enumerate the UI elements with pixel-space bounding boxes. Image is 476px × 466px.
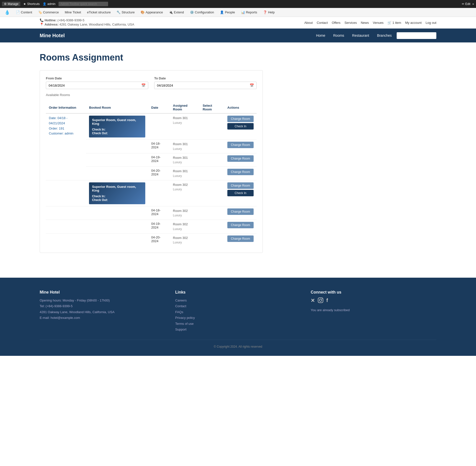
nav-venues[interactable]: Venues (373, 21, 384, 25)
date-cell-1c: 04-20-2024 (148, 167, 170, 180)
col-actions: Actions (224, 102, 257, 113)
change-room-button-2b[interactable]: Change Room (227, 222, 254, 228)
room-num-2a: Room 302 (173, 208, 197, 213)
social-icons: ✕ f (311, 298, 436, 304)
change-room-button-2a[interactable]: Change Room (227, 208, 254, 215)
cart-link[interactable]: 🛒 1 item (387, 21, 401, 25)
footer-link-contact[interactable]: Contact (175, 303, 301, 309)
page-title: Rooms Assignment (40, 52, 436, 63)
footer-link-terms[interactable]: Terms of use (175, 321, 301, 327)
drupal-nav-home[interactable]: 💧 (2, 9, 12, 16)
drupal-nav-reports[interactable]: 📊 Reports (238, 9, 260, 15)
check-in-button-2[interactable]: Check In (227, 190, 254, 196)
date-cell-1a: 04-18-2024 (148, 140, 170, 153)
date-row: From Date 📅 To Date 📅 (46, 76, 257, 89)
admin-label: admin (47, 2, 56, 6)
select-2b (200, 220, 224, 233)
drupal-nav-people[interactable]: 👤 People (217, 9, 237, 15)
table-row: 04-20-2024 Room 302 Luxury Change Room (46, 233, 257, 247)
logout-link[interactable]: Log out (426, 21, 436, 25)
date-cell-main-1 (148, 113, 170, 140)
actions-1a: Change Room (224, 140, 257, 153)
assigned-room-cell-1: Room 301 Luxury (170, 113, 200, 140)
nav-contact[interactable]: Contact (317, 21, 328, 25)
room-type-1b: Luxury (173, 160, 197, 165)
booked-room-name-1: Superior Room, Guest room, King (92, 118, 142, 126)
user-icon: 👤 (43, 2, 46, 6)
date-value-1c: 04-20-2024 (151, 169, 161, 176)
actions-2c: Change Room (224, 233, 257, 247)
booked-room-cell-2: Superior Room, Guest room, King Check In… (86, 180, 148, 206)
room-info-1a: Room 301 Luxury (173, 142, 197, 151)
address-info: 📍 Address: 4281 Oakway Lane, Woodland Hi… (40, 23, 134, 26)
admin-search-input[interactable] (59, 2, 108, 6)
change-room-button-1c[interactable]: Change Room (227, 169, 254, 175)
nav-branches[interactable]: Branches (374, 32, 395, 39)
check-in-button-1[interactable]: Check In (227, 123, 254, 130)
facebook-icon[interactable]: f (326, 298, 328, 304)
drupal-nav-appearance[interactable]: 🎨 Appearance (138, 9, 165, 15)
instagram-icon[interactable] (318, 298, 323, 304)
site-search-input[interactable] (397, 32, 436, 39)
drupal-nav-mine-ticket[interactable]: Mine Ticket (62, 9, 84, 15)
manage-button[interactable]: ⚙ Manage (2, 2, 20, 6)
admin-user-button[interactable]: 👤 admin (43, 2, 56, 6)
footer-link-careers[interactable]: Careers (175, 298, 301, 303)
drupal-nav-structure[interactable]: 🔧 Structure (114, 9, 137, 15)
select-1a (200, 140, 224, 153)
manage-label: Manage (8, 2, 18, 6)
date-value-1a: 04-18-2024 (151, 142, 161, 149)
room-type-2a: Luxury (173, 213, 197, 218)
table-row: 04-19-2024 Room 302 Luxury Change Room (46, 220, 257, 233)
nav-about[interactable]: About (304, 21, 313, 25)
table-header-row: Order Information Booked Room Date Assig… (46, 102, 257, 113)
site-header: Mine Hotel Home Rooms Restaurant Branche… (0, 29, 476, 42)
assigned-room-1c: Room 301 Luxury (170, 167, 200, 180)
drupal-nav-commerce[interactable]: 🏷️ Commerce (36, 9, 61, 15)
assigned-room-2c: Room 302 Luxury (170, 233, 200, 247)
drupal-admin-nav: 💧 📄 Content 🏷️ Commerce Mine Ticket eTic… (0, 8, 476, 17)
col-order-info: Order Information (46, 102, 86, 113)
nav-rooms[interactable]: Rooms (330, 32, 347, 39)
drupal-nav-content[interactable]: 📄 Content (13, 9, 35, 15)
expand-button[interactable]: » (472, 2, 474, 6)
room-type-1a: Luxury (173, 147, 197, 151)
select-2a (200, 206, 224, 220)
main-navigation: Home Rooms Restaurant Branches (313, 32, 436, 39)
booked-room-cell-1c (86, 153, 148, 167)
drupal-nav-eticket[interactable]: eTicket structure (85, 9, 113, 15)
drupal-nav-help[interactable]: ❓ Help (261, 9, 277, 15)
booked-room-2b (86, 220, 148, 233)
nav-offers[interactable]: Offers (332, 21, 340, 25)
from-date-input[interactable] (49, 84, 141, 87)
my-account-link[interactable]: My account (405, 21, 421, 25)
table-row: Superior Room, Guest room, King Check In… (46, 180, 257, 206)
change-room-button-1a[interactable]: Change Room (227, 142, 254, 148)
to-date-calendar-icon[interactable]: 📅 (250, 83, 254, 87)
nav-restaurant[interactable]: Restaurant (349, 32, 372, 39)
admin-toolbar: ⚙ Manage ★ Shortcuts 👤 admin ✏ Edit » (0, 0, 476, 8)
to-date-input[interactable] (157, 84, 250, 87)
nav-news[interactable]: News (361, 21, 369, 25)
drupal-nav-configuration[interactable]: ⚙️ Configuration (187, 9, 216, 15)
room-type-2: Luxury (173, 187, 197, 192)
edit-button[interactable]: ✏ Edit (462, 2, 470, 6)
nav-services[interactable]: Services (344, 21, 357, 25)
change-room-button-1b[interactable]: Change Room (227, 155, 254, 162)
room-info-2a: Room 302 Luxury (173, 208, 197, 218)
nav-home[interactable]: Home (313, 32, 328, 39)
twitter-icon[interactable]: ✕ (311, 298, 315, 304)
footer-link-privacy[interactable]: Privacy policy (175, 315, 301, 321)
change-room-button-1[interactable]: Change Room (227, 116, 254, 122)
footer-link-support[interactable]: Support (175, 327, 301, 332)
to-date-field: To Date 📅 (154, 76, 257, 89)
change-room-button-2[interactable]: Change Room (227, 182, 254, 189)
change-room-button-2c[interactable]: Change Room (227, 235, 254, 242)
shortcuts-button[interactable]: ★ Shortcuts (23, 2, 40, 6)
from-date-calendar-icon[interactable]: 📅 (141, 83, 146, 87)
booked-room-2a (86, 206, 148, 220)
assigned-room-2b: Room 302 Luxury (170, 220, 200, 233)
reports-icon: 📊 (241, 10, 245, 14)
footer-link-faqs[interactable]: FAQs (175, 309, 301, 315)
drupal-nav-extend[interactable]: 🔌 Extend (166, 9, 186, 15)
